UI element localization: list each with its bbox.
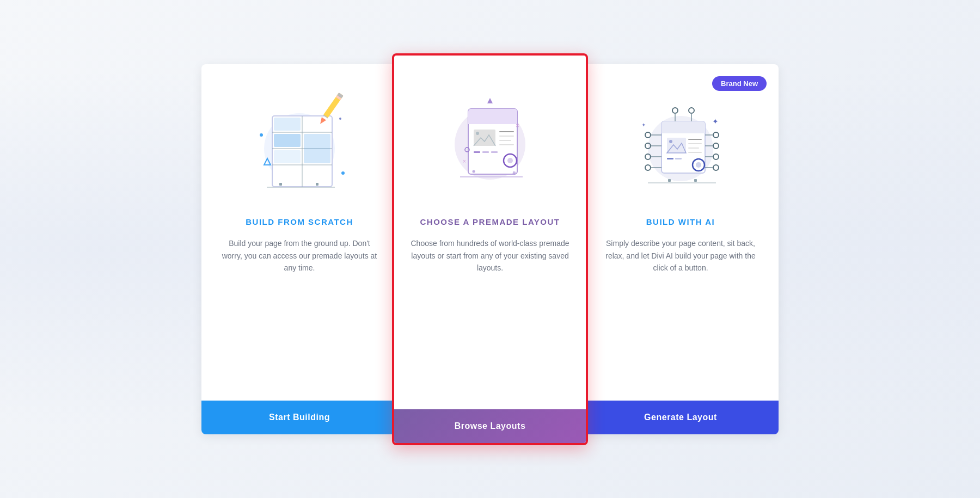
card-build-scratch: BUILD FROM SCRATCH Build your page from … [201,64,397,434]
svg-text:×: × [463,158,466,164]
svg-point-59 [645,132,651,138]
scratch-description: Build your page from the ground up. Don'… [201,237,397,290]
svg-rect-33 [482,151,489,153]
svg-point-69 [713,154,719,159]
svg-rect-32 [474,151,480,153]
svg-point-62 [645,165,651,170]
svg-point-58 [696,162,701,168]
card-premade-layout: × × CHOOSE A PREMADE LAYOUT Choose from … [392,53,588,445]
svg-point-16 [341,171,345,175]
svg-point-75 [672,108,678,113]
svg-rect-56 [675,158,682,159]
svg-rect-9 [274,150,301,163]
svg-text:×: × [516,122,519,130]
svg-text:✦: ✦ [712,117,719,126]
svg-point-67 [713,132,719,138]
svg-rect-7 [274,134,301,147]
card-build-ai: Brand New [583,64,779,434]
start-building-button[interactable]: Start Building [201,401,397,434]
svg-rect-48 [667,138,686,153]
svg-point-76 [689,108,694,113]
premade-title: CHOOSE A PREMADE LAYOUT [409,217,571,237]
svg-point-70 [713,165,719,170]
svg-rect-47 [661,127,705,133]
svg-point-40 [473,170,475,173]
svg-point-68 [713,143,719,149]
svg-point-15 [260,133,263,137]
svg-rect-82 [668,179,671,182]
premade-illustration: × × [394,56,586,218]
svg-text:✦: ✦ [641,122,646,128]
premade-description: Choose from hundreds of world-class prem… [394,237,586,290]
svg-marker-38 [487,98,493,103]
ai-title: BUILD WITH AI [635,217,726,237]
cards-container: BUILD FROM SCRATCH Build your page from … [201,53,779,445]
svg-point-50 [669,140,672,143]
scratch-title: BUILD FROM SCRATCH [235,217,364,237]
svg-rect-21 [316,183,318,186]
scratch-illustration [201,64,397,218]
svg-point-17 [339,118,341,120]
generate-layout-button[interactable]: Generate Layout [583,401,779,434]
ai-description: Simply describe your page content, sit b… [583,237,779,290]
svg-rect-34 [491,151,498,153]
svg-rect-8 [304,134,330,163]
brand-new-badge: Brand New [712,76,767,91]
page-wrapper: BUILD FROM SCRATCH Build your page from … [0,0,980,498]
svg-rect-55 [667,158,673,159]
svg-rect-6 [274,118,301,131]
svg-point-36 [507,158,513,163]
svg-rect-25 [468,118,517,124]
svg-rect-83 [694,179,697,182]
svg-rect-20 [279,183,282,186]
svg-point-27 [476,132,479,135]
browse-layouts-button[interactable]: Browse Layouts [394,409,586,443]
